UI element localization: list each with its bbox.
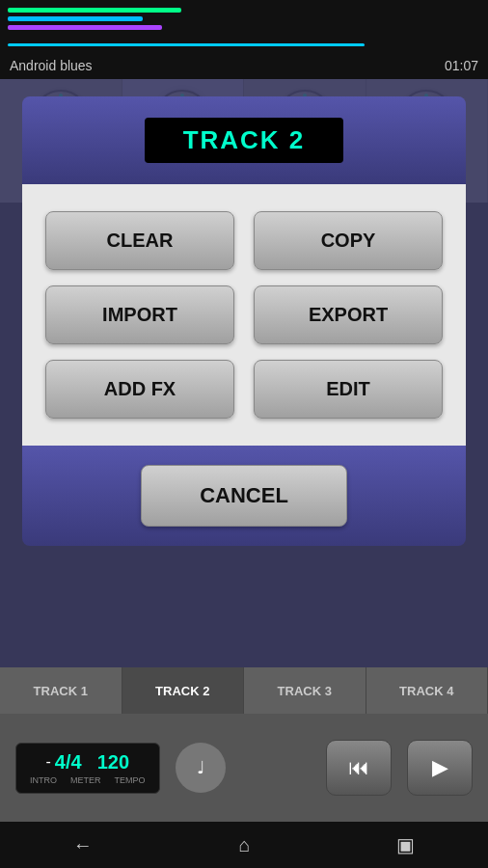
recents-button[interactable]: ▣ [396,833,415,856]
tempo-minus: - [46,753,51,771]
track-tab-2[interactable]: TRACK 2 [122,667,245,714]
waveform-line-2 [8,16,143,21]
track-tab-2-label: TRACK 2 [155,684,209,698]
tempo-label: TEMPO [115,775,146,785]
track-tab-1[interactable]: TRACK 1 [0,667,122,714]
rewind-icon: ⏮ [348,755,369,780]
modal-btn-row-3: ADD FX EDIT [45,360,443,419]
home-button[interactable]: ⌂ [238,834,250,856]
copy-button[interactable]: COPY [254,211,443,270]
track-tab-4[interactable]: TRACK 4 [366,667,489,714]
android-nav: ← ⌂ ▣ [0,822,488,868]
modal-header: TRACK 2 [22,96,466,184]
modal-body: CLEAR COPY IMPORT EXPORT ADD FX EDIT [22,184,466,446]
tempo-labels: INTRO METER TEMPO [30,775,146,785]
song-title: Android blues [10,58,93,73]
clear-button[interactable]: CLEAR [45,211,234,270]
track-tab-3-label: TRACK 3 [278,684,332,698]
song-time: 01:07 [445,58,478,73]
waveform-area: Android blues 01:07 [0,0,488,79]
cancel-button[interactable]: CANCEL [141,465,347,527]
back-button[interactable]: ← [73,834,93,856]
bottom-controls: - 4/4 120 INTRO METER TEMPO ♩ ⏮ ▶ [0,714,488,822]
track-tabs: TRACK 1 TRACK 2 TRACK 3 TRACK 4 [0,667,488,714]
modal-footer: CANCEL [22,446,466,546]
add-fx-button[interactable]: ADD FX [45,360,234,419]
play-icon: ▶ [432,755,448,780]
intro-label: INTRO [30,775,57,785]
waveform-line-4 [8,43,365,46]
modal-overlay[interactable]: TRACK 2 CLEAR COPY IMPORT EXPORT ADD FX … [0,79,488,667]
modal-title: TRACK 2 [183,125,306,154]
waveform-line-3 [8,25,162,30]
import-button[interactable]: IMPORT [45,285,234,344]
edit-button[interactable]: EDIT [254,360,443,419]
modal-dialog: TRACK 2 CLEAR COPY IMPORT EXPORT ADD FX … [22,96,466,546]
tempo-bpm: 120 [97,751,129,773]
tempo-main: - 4/4 120 [46,751,130,773]
export-button[interactable]: EXPORT [254,285,443,344]
tempo-display: - 4/4 120 INTRO METER TEMPO [15,743,160,794]
track-tab-3[interactable]: TRACK 3 [244,667,366,714]
waveform-lines [8,8,365,46]
meter-label: METER [70,775,101,785]
rewind-button[interactable]: ⏮ [326,740,392,796]
song-info: Android blues 01:07 [0,58,488,73]
metronome-icon: ♩ [197,757,204,778]
track-tab-4-label: TRACK 4 [399,684,453,698]
metronome-button[interactable]: ♩ [176,743,226,793]
modal-title-box: TRACK 2 [145,118,344,163]
modal-btn-row-2: IMPORT EXPORT [45,285,443,344]
play-button[interactable]: ▶ [407,740,473,796]
modal-btn-row-1: CLEAR COPY [45,211,443,270]
time-signature: 4/4 [55,751,82,773]
track-tab-1-label: TRACK 1 [34,684,88,698]
waveform-line-1 [8,8,181,13]
